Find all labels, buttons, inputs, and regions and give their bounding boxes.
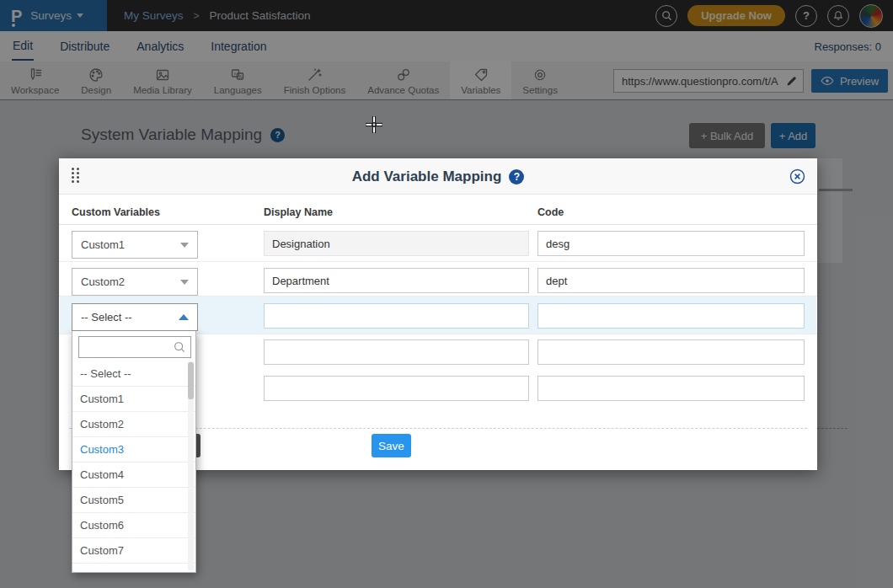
display-name-input-row5[interactable] xyxy=(264,376,529,401)
dialog-header: Add Variable Mapping ? xyxy=(59,158,817,195)
app-screen: P Surveys My Surveys > Product Satisfact… xyxy=(0,0,893,588)
custom-variable-select-row3-open[interactable]: -- Select -- xyxy=(72,303,198,331)
dropdown-panel: -- Select -- Custom1 Custom2 Custom3 Cus… xyxy=(72,330,196,573)
custom-variable-select-row2[interactable]: Custom2 xyxy=(72,268,198,296)
save-button[interactable]: Save xyxy=(372,434,411,457)
dropdown-option[interactable]: Custom3 xyxy=(72,437,195,462)
select-value: -- Select -- xyxy=(81,311,132,323)
display-name-input-row1[interactable] xyxy=(264,231,529,256)
chevron-up-icon xyxy=(179,314,189,320)
dropdown-scrollbar[interactable] xyxy=(188,361,194,570)
chevron-down-icon xyxy=(180,243,189,248)
dropdown-search-input[interactable] xyxy=(85,341,173,354)
code-input-row4[interactable] xyxy=(537,339,805,365)
dropdown-option[interactable]: Custom7 xyxy=(72,538,195,564)
dropdown-option[interactable]: Custom2 xyxy=(72,412,195,437)
dropdown-option[interactable]: -- Select -- xyxy=(72,361,195,387)
custom-variable-select-row1[interactable]: Custom1 xyxy=(72,231,198,259)
dropdown-option[interactable]: Custom1 xyxy=(72,387,195,412)
close-icon[interactable] xyxy=(789,168,805,184)
divider xyxy=(59,296,817,297)
dropdown-option[interactable]: Custom4 xyxy=(72,462,195,488)
dropdown-option[interactable]: Custom5 xyxy=(72,488,195,513)
code-input-row2[interactable] xyxy=(537,268,805,293)
dropdown-option[interactable]: Custom6 xyxy=(72,513,195,538)
select-value: Custom1 xyxy=(81,238,125,251)
dialog-help-icon[interactable]: ? xyxy=(509,169,524,184)
display-name-input-row4[interactable] xyxy=(264,339,529,365)
dropdown-search-box xyxy=(78,336,191,358)
code-input-row3[interactable] xyxy=(537,303,805,329)
scrollbar-thumb[interactable] xyxy=(188,362,194,399)
display-name-input-row2[interactable] xyxy=(264,268,529,293)
code-input-row1[interactable] xyxy=(537,231,805,256)
display-name-input-row3[interactable] xyxy=(264,303,529,329)
dropdown-option-list: -- Select -- Custom1 Custom2 Custom3 Cus… xyxy=(72,361,195,564)
column-header-code: Code xyxy=(537,206,564,218)
search-icon xyxy=(173,340,186,354)
column-header-display-name: Display Name xyxy=(264,206,333,218)
dialog-title: Add Variable Mapping xyxy=(352,168,502,185)
divider xyxy=(59,224,817,225)
mouse-cursor xyxy=(364,115,384,135)
select-value: Custom2 xyxy=(81,275,125,288)
divider xyxy=(59,261,817,262)
chevron-down-icon xyxy=(180,280,189,285)
column-header-custom-variables: Custom Variables xyxy=(72,206,160,218)
code-input-row5[interactable] xyxy=(537,376,805,401)
